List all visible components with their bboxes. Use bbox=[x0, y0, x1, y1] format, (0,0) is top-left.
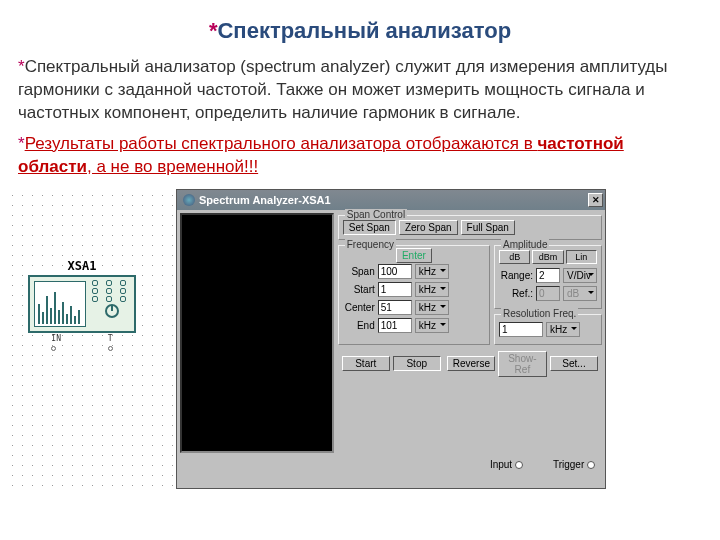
end-unit-select[interactable]: kHz bbox=[415, 318, 449, 333]
spectrum-display[interactable] bbox=[180, 213, 334, 453]
set-button[interactable]: Set... bbox=[550, 356, 598, 371]
start-button[interactable]: Start bbox=[342, 356, 390, 371]
reverse-button[interactable]: Reverse bbox=[447, 356, 495, 371]
spectrum-analyzer-window: Spectrum Analyzer-XSA1 ✕ Span Control Se… bbox=[176, 189, 606, 489]
end-input[interactable] bbox=[378, 318, 412, 333]
amplitude-label: Amplitude bbox=[501, 239, 549, 250]
db-button[interactable]: dB bbox=[499, 250, 530, 264]
input-radio-icon bbox=[515, 461, 523, 469]
title-text: Спектральный анализатор bbox=[217, 18, 511, 43]
paragraph-2: *Результаты работы спектрального анализа… bbox=[0, 129, 720, 189]
app-icon bbox=[183, 194, 195, 206]
spectrum-analyzer-component[interactable]: XSA1 bbox=[28, 259, 136, 352]
span-control-label: Span Control bbox=[345, 209, 407, 220]
start-unit-select[interactable]: kHz bbox=[415, 282, 449, 297]
range-input[interactable] bbox=[536, 268, 560, 283]
pin-t[interactable]: T bbox=[108, 334, 113, 352]
range-unit-select[interactable]: V/Div bbox=[563, 268, 597, 283]
center-label: Center bbox=[343, 302, 375, 313]
span-label: Span bbox=[343, 266, 375, 277]
component-mini-display bbox=[34, 281, 86, 327]
component-refdes: XSA1 bbox=[28, 259, 136, 273]
stop-button[interactable]: Stop bbox=[393, 356, 441, 371]
end-label: End bbox=[343, 320, 375, 331]
page-title: *Спектральный анализатор bbox=[0, 0, 720, 52]
bullet-icon: * bbox=[18, 134, 25, 153]
pin-in[interactable]: IN bbox=[51, 334, 61, 352]
range-label: Range: bbox=[499, 270, 533, 281]
ref-unit-select: dB bbox=[563, 286, 597, 301]
start-label: Start bbox=[343, 284, 375, 295]
amplitude-group: Amplitude dB dBm Lin Range: V/Div bbox=[494, 245, 602, 309]
frequency-group: Frequency Enter Span kHz Start kHz bbox=[338, 245, 490, 345]
center-unit-select[interactable]: kHz bbox=[415, 300, 449, 315]
center-input[interactable] bbox=[378, 300, 412, 315]
resolution-label: Resolution Freq. bbox=[501, 308, 578, 319]
input-indicator: Input bbox=[490, 459, 523, 470]
set-span-button[interactable]: Set Span bbox=[343, 220, 396, 235]
trigger-radio-icon bbox=[587, 461, 595, 469]
lin-button[interactable]: Lin bbox=[566, 250, 597, 264]
resolution-input[interactable] bbox=[499, 322, 543, 337]
dbm-button[interactable]: dBm bbox=[532, 250, 563, 264]
trigger-indicator: Trigger bbox=[553, 459, 595, 470]
zero-span-button[interactable]: Zero Span bbox=[399, 220, 458, 235]
schematic-canvas[interactable]: XSA1 bbox=[6, 189, 176, 489]
bullet-icon: * bbox=[18, 57, 25, 76]
start-input[interactable] bbox=[378, 282, 412, 297]
full-span-button[interactable]: Full Span bbox=[461, 220, 515, 235]
span-input[interactable] bbox=[378, 264, 412, 279]
para1-text: Спектральный анализатор (spectrum analyz… bbox=[18, 57, 667, 122]
ref-input bbox=[536, 286, 560, 301]
window-titlebar[interactable]: Spectrum Analyzer-XSA1 ✕ bbox=[177, 190, 605, 210]
enter-button[interactable]: Enter bbox=[396, 248, 432, 263]
window-title: Spectrum Analyzer-XSA1 bbox=[199, 194, 588, 206]
show-ref-button[interactable]: Show-Ref bbox=[498, 351, 547, 377]
tuning-knob-icon bbox=[105, 304, 119, 318]
para2-a: Результаты работы спектрального анализат… bbox=[25, 134, 538, 153]
resolution-unit-select[interactable]: kHz bbox=[546, 322, 580, 337]
ref-label: Ref.: bbox=[499, 288, 533, 299]
para2-c: , а не во временной!!! bbox=[87, 157, 258, 176]
frequency-label: Frequency bbox=[345, 239, 396, 250]
paragraph-1: *Спектральный анализатор (spectrum analy… bbox=[0, 52, 720, 129]
span-unit-select[interactable]: kHz bbox=[415, 264, 449, 279]
span-control-group: Span Control Set Span Zero Span Full Spa… bbox=[338, 215, 602, 240]
resolution-group: Resolution Freq. kHz bbox=[494, 314, 602, 345]
close-button[interactable]: ✕ bbox=[588, 193, 603, 207]
